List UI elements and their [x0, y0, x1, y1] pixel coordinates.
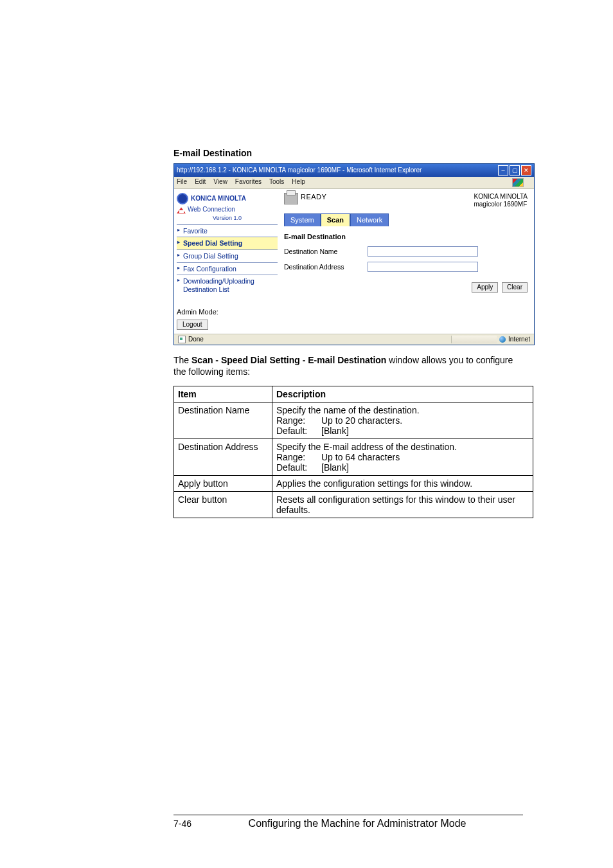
lead-paragraph: The Scan - Speed Dial Setting - E-mail D…	[173, 354, 523, 379]
tab-network[interactable]: Network	[350, 213, 389, 226]
table-row: Apply button Applies the configuration s…	[174, 476, 533, 492]
nav-favorite[interactable]: Favorite	[177, 224, 278, 237]
footer-title: Configuring the Machine for Administrato…	[191, 818, 523, 829]
clear-button[interactable]: Clear	[502, 282, 528, 293]
range-val: Up to 64 characters	[321, 452, 400, 462]
cell-desc: Applies the configuration settings for t…	[272, 476, 533, 492]
logout-button[interactable]: Logout	[177, 320, 208, 330]
content-area: KONICA MINOLTA Web Connection Version 1.…	[174, 189, 534, 334]
done-icon	[178, 336, 186, 343]
nav-speed-dial-setting[interactable]: Speed Dial Setting	[177, 237, 278, 249]
nav-download-upload-destination-list[interactable]: Downloading/Uploading Destination List	[177, 275, 278, 295]
nav-group-dial-setting[interactable]: Group Dial Setting	[177, 249, 278, 262]
lead-part-a: The	[173, 355, 191, 365]
page-number: 7-46	[173, 818, 191, 829]
range-key: Range:	[276, 415, 321, 426]
cell-item: Clear button	[174, 492, 272, 518]
range-key: Range:	[276, 452, 321, 462]
menu-bar: File Edit View Favorites Tools Help	[174, 177, 534, 189]
menu-favorites[interactable]: Favorites	[235, 178, 262, 187]
cell-item: Destination Address	[174, 439, 272, 476]
desc-line: Specify the E-mail address of the destin…	[276, 442, 529, 452]
brand-logo-icon	[177, 193, 188, 204]
footer-rule	[173, 815, 523, 815]
tab-system[interactable]: System	[284, 213, 321, 226]
default-val: [Blank]	[321, 426, 349, 436]
sidebar: KONICA MINOLTA Web Connection Version 1.…	[174, 189, 280, 334]
pagescope-icon	[177, 206, 186, 213]
apply-button[interactable]: Apply	[472, 282, 498, 293]
desc-line: Specify the name of the destination.	[276, 405, 529, 415]
th-description: Description	[272, 386, 533, 402]
form-heading: E-mail Destination	[284, 233, 528, 241]
screenshot-window: http://192.168.1.2 - KONICA MINOLTA magi…	[173, 163, 535, 345]
table-row: Clear button Resets all configuration se…	[174, 492, 533, 518]
cell-desc: Resets all configuration settings for th…	[272, 492, 533, 518]
status-segment	[451, 336, 497, 343]
default-val: [Blank]	[321, 462, 349, 473]
table-row: Destination Name Specify the name of the…	[174, 402, 533, 439]
device-brand: KONICA MINOLTA	[474, 193, 528, 201]
status-bar: Done Internet	[174, 334, 534, 345]
default-key: Default:	[276, 426, 321, 436]
lead-bold: Scan - Speed Dial Setting - E-mail Desti…	[191, 355, 386, 365]
window-titlebar: http://192.168.1.2 - KONICA MINOLTA magi…	[174, 164, 534, 177]
nav-fax-configuration[interactable]: Fax Configuration	[177, 262, 278, 275]
product-name: Web Connection	[188, 206, 235, 213]
section-heading: E-mail Destination	[173, 148, 523, 158]
admin-mode-label: Admin Mode:	[177, 308, 278, 316]
default-key: Default:	[276, 462, 321, 473]
cell-desc: Specify the name of the destination. Ran…	[272, 402, 533, 439]
menu-view[interactable]: View	[213, 178, 227, 187]
cell-desc: Specify the E-mail address of the destin…	[272, 439, 533, 476]
tab-scan[interactable]: Scan	[321, 213, 350, 226]
table-row: Destination Address Specify the E-mail a…	[174, 439, 533, 476]
internet-zone-icon	[499, 336, 506, 343]
menu-edit[interactable]: Edit	[195, 178, 206, 187]
main-pane: READY KONICA MINOLTA magicolor 1690MF Sy…	[280, 189, 534, 334]
version-label: Version 1.0	[177, 215, 278, 222]
menu-tools[interactable]: Tools	[269, 178, 284, 187]
destination-address-input[interactable]	[368, 262, 478, 272]
cell-item: Apply button	[174, 476, 272, 492]
th-item: Item	[174, 386, 272, 402]
range-val: Up to 20 characters.	[321, 415, 402, 426]
menu-help[interactable]: Help	[292, 178, 305, 187]
tab-bar: System Scan Network	[284, 213, 528, 226]
window-close-button[interactable]: ✕	[521, 165, 531, 176]
window-title: http://192.168.1.2 - KONICA MINOLTA magi…	[177, 167, 497, 174]
destination-name-input[interactable]	[368, 246, 478, 257]
window-maximize-button[interactable]: ▢	[510, 165, 520, 176]
menu-file[interactable]: File	[177, 178, 187, 187]
device-model: magicolor 1690MF	[474, 201, 528, 208]
cell-item: Destination Name	[174, 402, 272, 439]
window-minimize-button[interactable]: –	[498, 165, 508, 176]
ie-logo-icon	[512, 178, 524, 187]
description-table: Item Description Destination Name Specif…	[173, 386, 533, 518]
brand-text: KONICA MINOLTA	[191, 195, 246, 203]
status-done-text: Done	[188, 336, 204, 343]
printer-icon	[284, 193, 298, 204]
status-internet-text: Internet	[508, 336, 530, 343]
destination-name-label: Destination Name	[284, 248, 368, 256]
status-ready: READY	[301, 193, 326, 201]
destination-address-label: Destination Address	[284, 263, 368, 271]
